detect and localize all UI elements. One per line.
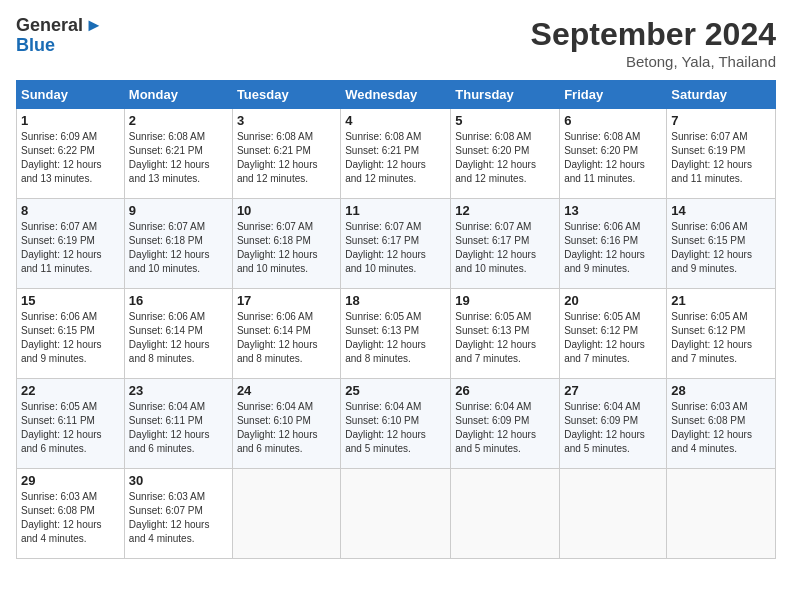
- col-header-monday: Monday: [124, 81, 232, 109]
- col-header-sunday: Sunday: [17, 81, 125, 109]
- day-number: 17: [237, 293, 336, 308]
- day-number: 29: [21, 473, 120, 488]
- calendar-cell: 9Sunrise: 6:07 AM Sunset: 6:18 PM Daylig…: [124, 199, 232, 289]
- day-info: Sunrise: 6:04 AM Sunset: 6:09 PM Dayligh…: [455, 400, 555, 456]
- day-info: Sunrise: 6:04 AM Sunset: 6:11 PM Dayligh…: [129, 400, 228, 456]
- day-info: Sunrise: 6:06 AM Sunset: 6:15 PM Dayligh…: [671, 220, 771, 276]
- calendar-cell: 29Sunrise: 6:03 AM Sunset: 6:08 PM Dayli…: [17, 469, 125, 559]
- day-info: Sunrise: 6:05 AM Sunset: 6:12 PM Dayligh…: [564, 310, 662, 366]
- calendar-cell: [341, 469, 451, 559]
- calendar-cell: 20Sunrise: 6:05 AM Sunset: 6:12 PM Dayli…: [560, 289, 667, 379]
- day-number: 9: [129, 203, 228, 218]
- calendar-cell: 15Sunrise: 6:06 AM Sunset: 6:15 PM Dayli…: [17, 289, 125, 379]
- day-info: Sunrise: 6:03 AM Sunset: 6:08 PM Dayligh…: [21, 490, 120, 546]
- calendar-cell: 19Sunrise: 6:05 AM Sunset: 6:13 PM Dayli…: [451, 289, 560, 379]
- day-info: Sunrise: 6:07 AM Sunset: 6:17 PM Dayligh…: [455, 220, 555, 276]
- calendar-cell: 12Sunrise: 6:07 AM Sunset: 6:17 PM Dayli…: [451, 199, 560, 289]
- day-number: 22: [21, 383, 120, 398]
- day-number: 13: [564, 203, 662, 218]
- day-number: 2: [129, 113, 228, 128]
- day-number: 14: [671, 203, 771, 218]
- calendar-cell: 6Sunrise: 6:08 AM Sunset: 6:20 PM Daylig…: [560, 109, 667, 199]
- logo-wordmark: General► Blue: [16, 16, 103, 56]
- calendar-cell: 10Sunrise: 6:07 AM Sunset: 6:18 PM Dayli…: [232, 199, 340, 289]
- month-title: September 2024: [531, 16, 776, 53]
- day-number: 19: [455, 293, 555, 308]
- day-info: Sunrise: 6:05 AM Sunset: 6:12 PM Dayligh…: [671, 310, 771, 366]
- day-info: Sunrise: 6:05 AM Sunset: 6:11 PM Dayligh…: [21, 400, 120, 456]
- day-info: Sunrise: 6:07 AM Sunset: 6:19 PM Dayligh…: [21, 220, 120, 276]
- day-number: 15: [21, 293, 120, 308]
- calendar-cell: [451, 469, 560, 559]
- day-info: Sunrise: 6:06 AM Sunset: 6:14 PM Dayligh…: [237, 310, 336, 366]
- day-info: Sunrise: 6:08 AM Sunset: 6:21 PM Dayligh…: [345, 130, 446, 186]
- day-info: Sunrise: 6:06 AM Sunset: 6:14 PM Dayligh…: [129, 310, 228, 366]
- day-number: 21: [671, 293, 771, 308]
- day-number: 10: [237, 203, 336, 218]
- day-info: Sunrise: 6:04 AM Sunset: 6:10 PM Dayligh…: [237, 400, 336, 456]
- logo: General► Blue: [16, 16, 103, 56]
- day-number: 28: [671, 383, 771, 398]
- calendar-cell: 7Sunrise: 6:07 AM Sunset: 6:19 PM Daylig…: [667, 109, 776, 199]
- col-header-wednesday: Wednesday: [341, 81, 451, 109]
- day-number: 5: [455, 113, 555, 128]
- day-number: 7: [671, 113, 771, 128]
- calendar-cell: 25Sunrise: 6:04 AM Sunset: 6:10 PM Dayli…: [341, 379, 451, 469]
- day-number: 3: [237, 113, 336, 128]
- day-number: 24: [237, 383, 336, 398]
- day-number: 25: [345, 383, 446, 398]
- calendar-cell: 14Sunrise: 6:06 AM Sunset: 6:15 PM Dayli…: [667, 199, 776, 289]
- day-number: 4: [345, 113, 446, 128]
- calendar-cell: 28Sunrise: 6:03 AM Sunset: 6:08 PM Dayli…: [667, 379, 776, 469]
- calendar-cell: 17Sunrise: 6:06 AM Sunset: 6:14 PM Dayli…: [232, 289, 340, 379]
- day-info: Sunrise: 6:07 AM Sunset: 6:18 PM Dayligh…: [129, 220, 228, 276]
- calendar-cell: [232, 469, 340, 559]
- day-number: 27: [564, 383, 662, 398]
- calendar-cell: [667, 469, 776, 559]
- page-header: General► Blue September 2024 Betong, Yal…: [16, 16, 776, 70]
- day-info: Sunrise: 6:07 AM Sunset: 6:17 PM Dayligh…: [345, 220, 446, 276]
- day-info: Sunrise: 6:08 AM Sunset: 6:20 PM Dayligh…: [455, 130, 555, 186]
- day-info: Sunrise: 6:08 AM Sunset: 6:21 PM Dayligh…: [237, 130, 336, 186]
- calendar-cell: 2Sunrise: 6:08 AM Sunset: 6:21 PM Daylig…: [124, 109, 232, 199]
- day-info: Sunrise: 6:07 AM Sunset: 6:19 PM Dayligh…: [671, 130, 771, 186]
- calendar-cell: 27Sunrise: 6:04 AM Sunset: 6:09 PM Dayli…: [560, 379, 667, 469]
- day-info: Sunrise: 6:04 AM Sunset: 6:10 PM Dayligh…: [345, 400, 446, 456]
- calendar-table: SundayMondayTuesdayWednesdayThursdayFrid…: [16, 80, 776, 559]
- day-number: 12: [455, 203, 555, 218]
- calendar-cell: 11Sunrise: 6:07 AM Sunset: 6:17 PM Dayli…: [341, 199, 451, 289]
- day-number: 6: [564, 113, 662, 128]
- day-number: 26: [455, 383, 555, 398]
- calendar-cell: 3Sunrise: 6:08 AM Sunset: 6:21 PM Daylig…: [232, 109, 340, 199]
- calendar-cell: 23Sunrise: 6:04 AM Sunset: 6:11 PM Dayli…: [124, 379, 232, 469]
- day-info: Sunrise: 6:07 AM Sunset: 6:18 PM Dayligh…: [237, 220, 336, 276]
- calendar-cell: 26Sunrise: 6:04 AM Sunset: 6:09 PM Dayli…: [451, 379, 560, 469]
- day-info: Sunrise: 6:05 AM Sunset: 6:13 PM Dayligh…: [345, 310, 446, 366]
- day-info: Sunrise: 6:04 AM Sunset: 6:09 PM Dayligh…: [564, 400, 662, 456]
- day-info: Sunrise: 6:06 AM Sunset: 6:16 PM Dayligh…: [564, 220, 662, 276]
- col-header-thursday: Thursday: [451, 81, 560, 109]
- day-info: Sunrise: 6:03 AM Sunset: 6:07 PM Dayligh…: [129, 490, 228, 546]
- day-number: 11: [345, 203, 446, 218]
- day-number: 30: [129, 473, 228, 488]
- calendar-cell: 13Sunrise: 6:06 AM Sunset: 6:16 PM Dayli…: [560, 199, 667, 289]
- calendar-cell: 30Sunrise: 6:03 AM Sunset: 6:07 PM Dayli…: [124, 469, 232, 559]
- calendar-cell: 18Sunrise: 6:05 AM Sunset: 6:13 PM Dayli…: [341, 289, 451, 379]
- calendar-cell: [560, 469, 667, 559]
- col-header-saturday: Saturday: [667, 81, 776, 109]
- calendar-cell: 16Sunrise: 6:06 AM Sunset: 6:14 PM Dayli…: [124, 289, 232, 379]
- day-number: 16: [129, 293, 228, 308]
- title-block: September 2024 Betong, Yala, Thailand: [531, 16, 776, 70]
- day-number: 23: [129, 383, 228, 398]
- day-number: 18: [345, 293, 446, 308]
- location-subtitle: Betong, Yala, Thailand: [531, 53, 776, 70]
- calendar-cell: 22Sunrise: 6:05 AM Sunset: 6:11 PM Dayli…: [17, 379, 125, 469]
- day-number: 1: [21, 113, 120, 128]
- day-number: 20: [564, 293, 662, 308]
- day-number: 8: [21, 203, 120, 218]
- calendar-cell: 24Sunrise: 6:04 AM Sunset: 6:10 PM Dayli…: [232, 379, 340, 469]
- day-info: Sunrise: 6:06 AM Sunset: 6:15 PM Dayligh…: [21, 310, 120, 366]
- calendar-cell: 21Sunrise: 6:05 AM Sunset: 6:12 PM Dayli…: [667, 289, 776, 379]
- col-header-friday: Friday: [560, 81, 667, 109]
- day-info: Sunrise: 6:08 AM Sunset: 6:21 PM Dayligh…: [129, 130, 228, 186]
